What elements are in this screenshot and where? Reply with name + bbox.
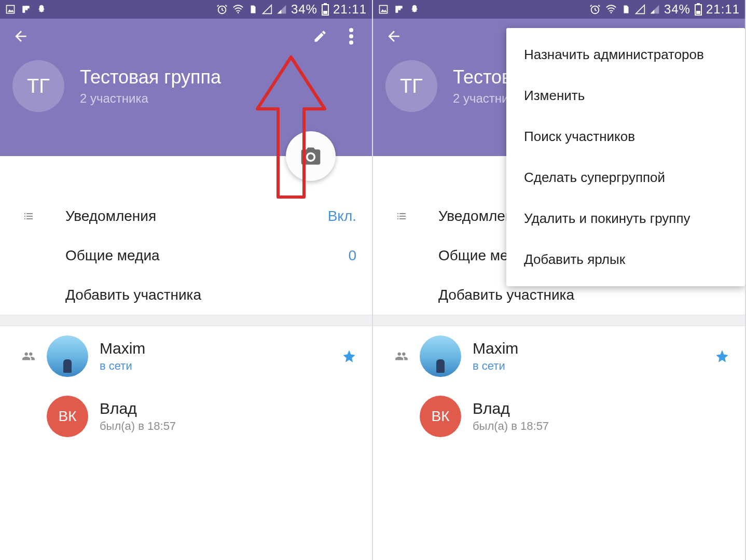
back-button[interactable] xyxy=(383,26,404,47)
battery-percent: 34% xyxy=(664,2,690,17)
notifications-label: Уведомления xyxy=(65,208,328,225)
snapchat-icon xyxy=(36,4,47,15)
back-button[interactable] xyxy=(10,26,31,47)
member-row[interactable]: Maxim в сети xyxy=(373,326,745,386)
section-divider xyxy=(373,315,745,326)
wifi-icon xyxy=(232,4,244,15)
member-avatar[interactable] xyxy=(420,335,461,377)
svg-point-10 xyxy=(349,28,353,32)
svg-point-12 xyxy=(349,40,353,45)
screen-left: 34% 21:11 ТГ Тестовая группа 2 участника xyxy=(0,0,373,560)
notifications-value: Вкл. xyxy=(328,208,356,225)
members-icon xyxy=(389,349,415,363)
gallery-icon xyxy=(378,4,389,15)
star-icon xyxy=(342,349,356,363)
svg-rect-13 xyxy=(380,6,388,13)
svg-rect-8 xyxy=(324,3,327,5)
overflow-menu: Назначить администраторов Изменить Поиск… xyxy=(506,28,745,286)
svg-rect-21 xyxy=(697,3,700,5)
section-divider xyxy=(0,315,372,326)
group-avatar[interactable]: ТГ xyxy=(12,60,64,112)
menu-assign-admins[interactable]: Назначить администраторов xyxy=(506,34,745,75)
signal-icon xyxy=(650,4,660,15)
snapchat-icon xyxy=(409,4,420,15)
battery-icon xyxy=(695,3,702,16)
member-name: Maxim xyxy=(100,340,342,357)
add-member-label: Добавить участника xyxy=(65,287,356,303)
svg-rect-0 xyxy=(7,6,15,13)
member-avatar[interactable]: ВК xyxy=(47,396,88,437)
notifications-row[interactable]: Уведомления Вкл. xyxy=(0,197,372,236)
group-title: Тестовая группа xyxy=(80,66,221,88)
alarm-icon xyxy=(589,4,601,15)
flipboard-icon xyxy=(394,4,404,15)
clock-text: 21:11 xyxy=(706,2,740,17)
member-status: в сети xyxy=(473,359,715,373)
status-bar: 34% 21:11 xyxy=(373,0,745,19)
menu-edit[interactable]: Изменить xyxy=(506,75,745,116)
signal-empty-icon xyxy=(635,4,645,15)
battery-percent: 34% xyxy=(291,2,317,17)
add-member-label: Добавить участника xyxy=(438,287,729,303)
svg-rect-4 xyxy=(25,6,29,8)
member-avatar[interactable]: ВК xyxy=(420,396,461,437)
status-bar: 34% 21:11 xyxy=(0,0,372,19)
svg-rect-22 xyxy=(696,11,700,14)
svg-point-11 xyxy=(349,34,353,38)
screen-right: 34% 21:11 ТГ Тестовая группа 2 участника… xyxy=(373,0,746,560)
svg-marker-14 xyxy=(381,9,387,12)
member-status: был(а) в 18:57 xyxy=(100,419,356,433)
menu-delete-leave[interactable]: Удалить и покинуть группу xyxy=(506,198,745,239)
member-status: в сети xyxy=(100,359,342,373)
svg-rect-9 xyxy=(323,11,327,14)
svg-point-6 xyxy=(238,12,239,13)
members-section: Maxim в сети ВК Влад был(а) в 18:57 xyxy=(0,326,372,446)
member-avatar[interactable] xyxy=(47,335,88,377)
menu-search-members[interactable]: Поиск участников xyxy=(506,116,745,157)
star-icon xyxy=(715,349,729,363)
svg-rect-15 xyxy=(395,6,398,12)
member-row[interactable]: ВК Влад был(а) в 18:57 xyxy=(373,386,745,446)
gallery-icon xyxy=(5,4,16,15)
shared-media-row[interactable]: Общие медиа 0 xyxy=(0,236,372,275)
camera-fab[interactable] xyxy=(286,131,336,181)
clock-text: 21:11 xyxy=(333,2,367,17)
member-name: Влад xyxy=(473,400,729,417)
wifi-icon xyxy=(605,4,617,15)
member-name: Влад xyxy=(100,400,356,417)
signal-empty-icon xyxy=(262,4,272,15)
sim-icon xyxy=(248,4,258,15)
group-subtitle: 2 участника xyxy=(80,91,221,106)
svg-marker-1 xyxy=(8,9,14,12)
svg-point-19 xyxy=(611,12,612,13)
member-row[interactable]: ВК Влад был(а) в 18:57 xyxy=(0,386,372,446)
member-name: Maxim xyxy=(473,340,715,357)
group-avatar[interactable]: ТГ xyxy=(385,60,437,112)
overflow-menu-button[interactable] xyxy=(341,26,362,47)
shared-media-value: 0 xyxy=(348,247,356,264)
svg-rect-2 xyxy=(22,6,25,12)
signal-icon xyxy=(277,4,287,15)
list-icon xyxy=(389,210,415,222)
members-icon xyxy=(16,349,42,363)
group-header: ТГ Тестовая группа 2 участника xyxy=(0,19,372,156)
shared-media-label: Общие медиа xyxy=(65,247,348,264)
alarm-icon xyxy=(216,4,228,15)
member-row[interactable]: Maxim в сети xyxy=(0,326,372,386)
sim-icon xyxy=(621,4,631,15)
flipboard-icon xyxy=(21,4,31,15)
list-icon xyxy=(16,210,42,222)
add-member-row[interactable]: Добавить участника xyxy=(0,275,372,315)
menu-add-shortcut[interactable]: Добавить ярлык xyxy=(506,239,745,280)
member-status: был(а) в 18:57 xyxy=(473,419,729,433)
menu-make-supergroup[interactable]: Сделать супергруппой xyxy=(506,157,745,198)
members-section: Maxim в сети ВК Влад был(а) в 18:57 xyxy=(373,326,745,446)
edit-button[interactable] xyxy=(310,26,330,47)
svg-rect-17 xyxy=(398,6,402,8)
battery-icon xyxy=(322,3,329,16)
